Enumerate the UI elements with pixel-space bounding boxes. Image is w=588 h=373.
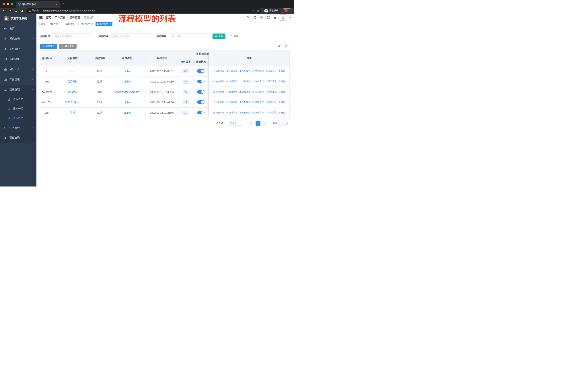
app-logo-row[interactable]: 芋道管理系统 [0,14,36,23]
page-number-1[interactable]: 1 [256,121,261,126]
create-process-button[interactable]: 新建流程 [40,44,57,49]
sidebar-item-workflow[interactable]: 工作流程 [0,74,36,85]
address-bar[interactable]: 不安全 dashboard.yudao.iocoder.cn/bpm/manag… [26,8,261,13]
action-流程定义[interactable]: 流程定义 [265,90,277,93]
zoom-window-button[interactable] [10,3,13,5]
fullscreen-icon[interactable] [266,16,270,19]
process-name-input[interactable] [110,33,150,39]
sidebar-item-pay[interactable]: ¥ 支付管理 [0,44,36,54]
breadcrumb-item[interactable]: 工作流程 [55,16,65,19]
chevron-down-icon[interactable] [289,17,291,18]
help-icon[interactable] [260,16,263,19]
breadcrumb-item[interactable]: 首页 [46,16,51,19]
action-修改流程[interactable]: 修改流程 [213,70,224,73]
refresh-table-button[interactable] [284,44,289,49]
process-name-link[interactable]: 测试多审批人 [65,101,80,104]
nav-tag-首页[interactable]: 首页 [39,22,47,26]
process-name-link[interactable]: 自己审批 [67,80,78,83]
action-删除[interactable]: 删除 [279,90,286,93]
bookmark-star-icon[interactable] [256,9,259,12]
minimize-window-button[interactable] [7,3,9,5]
process-name-link[interactable]: OA 请假 [68,90,77,93]
import-process-button[interactable]: 导入流程 [59,44,77,49]
sidebar-item-leave-query[interactable]: 请假查询 [0,133,36,143]
close-icon[interactable]: × [75,23,77,25]
action-分配规则[interactable]: 分配规则 [239,70,251,73]
search-icon[interactable] [246,16,250,19]
sidebar-item-process-form[interactable]: 流程表单 [0,94,36,104]
sidebar-item-process-mgmt[interactable]: 流程管理 [0,85,36,94]
action-发布流程[interactable]: 发布流程 [252,90,264,93]
next-page-button[interactable] [263,121,267,126]
security-status[interactable]: 不安全 [28,9,39,12]
sidebar-item-home[interactable]: 首页 [0,23,36,34]
sidebar-item-system[interactable]: 系统管理 [0,34,36,44]
nav-tag-流程模型[interactable]: 流程模型× [95,22,113,26]
action-修改流程[interactable]: 修改流程 [213,101,224,104]
close-icon[interactable]: × [59,23,61,25]
forward-button[interactable] [8,8,12,13]
show-search-button[interactable] [277,44,281,49]
home-button[interactable] [19,8,24,13]
reload-button[interactable] [13,8,18,13]
breadcrumb-item[interactable]: 流程管理 [69,16,80,19]
action-发布流程[interactable]: 发布流程 [252,111,264,114]
form-info-link[interactable]: biubiu [124,70,130,73]
active-toggle[interactable] [197,80,205,83]
action-设计流程[interactable]: 设计流程 [226,101,238,104]
process-name-link[interactable]: 滔博 [70,111,75,114]
process-name-link[interactable]: eeee [70,70,75,73]
github-icon[interactable] [253,16,257,19]
browser-update-menu[interactable]: 更新 [282,8,292,13]
browser-tab[interactable]: 芋道管理系统 × [16,1,60,8]
close-window-button[interactable] [2,3,5,5]
action-设计流程[interactable]: 设计流程 [226,80,238,83]
nav-tag-流程表单[interactable]: 流程表单× [80,22,94,26]
action-修改流程[interactable]: 修改流程 [213,111,224,114]
nav-tag-租户管理[interactable]: 租户管理× [48,22,63,26]
search-button[interactable]: 搜索 [212,33,225,39]
close-icon[interactable]: × [109,23,111,25]
action-删除[interactable]: 删除 [279,111,286,114]
action-修改流程[interactable]: 修改流程 [213,90,224,93]
form-info-link[interactable]: /bpm/oa/leave/create [115,91,139,93]
action-发布流程[interactable]: 发布流程 [252,70,264,73]
action-设计流程[interactable]: 设计流程 [226,90,238,93]
action-删除[interactable]: 删除 [279,101,286,104]
form-info-link[interactable]: biubiu [124,80,130,83]
action-流程定义[interactable]: 流程定义 [265,101,277,104]
action-流程定义[interactable]: 流程定义 [265,80,277,83]
menu-dots-icon[interactable] [290,10,290,12]
action-分配规则[interactable]: 分配规则 [239,111,251,114]
action-删除[interactable]: 删除 [279,70,286,73]
category-select[interactable]: 流程分类 [168,33,209,39]
sidebar-collapse-icon[interactable] [39,16,43,19]
action-删除[interactable]: 删除 [279,80,286,83]
action-流程定义[interactable]: 流程定义 [265,111,277,114]
nav-tag-我的流程[interactable]: 我的流程× [64,22,79,26]
prev-page-button[interactable] [249,121,253,126]
action-设计流程[interactable]: 设计流程 [226,111,238,114]
sidebar-item-task-mgmt[interactable]: 任务管理 [0,123,36,133]
action-分配规则[interactable]: 分配规则 [239,90,251,93]
action-发布流程[interactable]: 发布流程 [252,101,264,104]
password-key-icon[interactable] [252,9,254,12]
new-tab-button[interactable]: + [62,2,64,6]
back-button[interactable] [2,8,7,13]
goto-page-input[interactable] [279,121,286,126]
page-size-select[interactable]: 10条/页 [228,121,243,126]
action-修改流程[interactable]: 修改流程 [213,80,224,83]
sidebar-item-infra[interactable]: 基础设施 [0,54,36,64]
action-发布流程[interactable]: 发布流程 [252,80,264,83]
sidebar-item-user-group[interactable]: 用户分组 [0,104,36,113]
font-size-icon[interactable]: tT [273,16,277,19]
action-分配规则[interactable]: 分配规则 [239,101,251,104]
avatar[interactable] [280,14,286,20]
action-流程定义[interactable]: 流程定义 [265,70,277,73]
process-key-input[interactable] [52,33,92,39]
close-icon[interactable]: × [91,23,93,25]
form-info-link[interactable]: biubiu [124,101,130,104]
sidebar-item-dev[interactable]: 研发工具 [0,64,36,74]
close-tab-icon[interactable]: × [55,3,58,6]
active-toggle[interactable] [197,100,205,104]
